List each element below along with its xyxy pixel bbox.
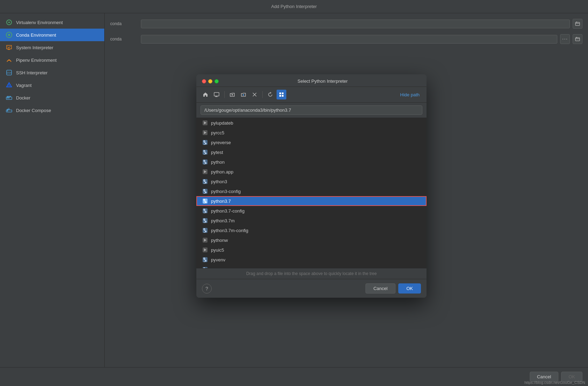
home-toolbar-button[interactable] — [201, 90, 210, 99]
toolbar-sep-2 — [262, 91, 263, 98]
file-name: python3 — [211, 179, 227, 184]
svg-rect-63 — [205, 202, 206, 202]
file-name: pyuic5 — [211, 247, 224, 253]
hide-path-button[interactable]: Hide path — [397, 91, 422, 99]
svg-rect-20 — [576, 22, 577, 23]
toggle-button[interactable] — [277, 90, 286, 99]
svg-rect-45 — [204, 161, 205, 161]
folder-new-button[interactable] — [239, 90, 248, 99]
minimize-traffic-light[interactable] — [208, 79, 212, 83]
svg-rect-13 — [8, 97, 9, 98]
file-name: python — [211, 159, 225, 165]
watermark: https://blog.csdn.net/GouGe_CSDN — [525, 380, 585, 385]
svg-rect-19 — [575, 22, 580, 25]
svg-rect-72 — [204, 219, 205, 220]
svg-rect-77 — [204, 229, 205, 229]
sidebar-label-docker-compose: Docker Compose — [16, 108, 51, 113]
panel-row-1: conda — [110, 19, 582, 29]
svg-rect-35 — [204, 141, 205, 141]
file-name: pylupdateb — [211, 120, 233, 126]
modal-title: Select Python Interpreter — [224, 79, 421, 84]
browse-btn-2[interactable] — [573, 34, 582, 44]
list-item[interactable]: python3.7-config — [196, 206, 427, 216]
sidebar-item-virtualenv[interactable]: Virtualenv Environment — [0, 16, 104, 29]
sidebar-label-docker: Docker — [16, 95, 30, 101]
svg-rect-10 — [8, 96, 9, 97]
pipenv-icon — [6, 57, 13, 64]
svg-rect-24 — [279, 92, 281, 94]
three-dots-btn[interactable]: ··· — [560, 34, 570, 44]
file-icon — [202, 217, 208, 224]
sidebar-item-docker[interactable]: Docker — [0, 91, 104, 104]
svg-text:V: V — [8, 83, 10, 87]
panel-row-2: conda ··· — [110, 34, 582, 44]
sidebar-item-vagrant[interactable]: V Vagrant — [0, 79, 104, 91]
file-icon — [202, 237, 208, 243]
list-item[interactable]: python3.7m-config — [196, 225, 427, 235]
file-name: pyvenv-3.7 — [211, 267, 233, 268]
svg-rect-40 — [204, 151, 205, 151]
modal-cancel-button[interactable]: Cancel — [365, 283, 395, 294]
path-input[interactable] — [201, 105, 422, 115]
list-item[interactable]: pyreverse — [196, 138, 427, 147]
svg-point-2 — [8, 34, 10, 36]
list-item[interactable]: python.app — [196, 167, 427, 177]
browse-btn-1[interactable] — [573, 19, 582, 29]
file-list[interactable]: pylupdatebpyrcc5 pyreverse pytest — [196, 118, 427, 268]
svg-rect-73 — [205, 222, 206, 222]
svg-rect-9 — [7, 96, 8, 97]
list-item[interactable]: pyrcc5 — [196, 128, 427, 138]
close-traffic-light[interactable] — [202, 79, 206, 83]
file-name: pythonw — [211, 238, 228, 243]
sidebar-item-conda[interactable]: Conda Environment — [0, 29, 104, 41]
file-icon — [202, 208, 208, 214]
list-item[interactable]: python3 — [196, 177, 427, 186]
file-icon — [202, 178, 208, 185]
list-item[interactable]: pylupdateb — [196, 118, 427, 128]
path-input-row — [196, 103, 427, 118]
svg-text:SSH: SSH — [6, 71, 12, 74]
list-item[interactable]: pythonw — [196, 235, 427, 245]
sidebar-item-system[interactable]: System Interpreter — [0, 41, 104, 54]
list-item[interactable]: pytest — [196, 147, 427, 157]
file-icon — [202, 169, 208, 175]
virtualenv-icon — [6, 19, 13, 26]
modal-ok-button[interactable]: OK — [398, 283, 421, 294]
sidebar-item-pipenv[interactable]: Pipenv Environment — [0, 54, 104, 66]
svg-rect-23 — [214, 92, 219, 96]
panel-input-2[interactable] — [141, 35, 557, 44]
svg-rect-16 — [8, 109, 9, 110]
folder-up-button[interactable] — [227, 90, 237, 99]
sidebar-item-docker-compose[interactable]: Docker Compose — [0, 104, 104, 117]
maximize-traffic-light[interactable] — [214, 79, 219, 83]
list-item[interactable]: pyuic5 — [196, 245, 427, 255]
refresh-button[interactable] — [265, 90, 275, 99]
file-name: python3.7m — [211, 218, 235, 223]
modal-dialog: Select Python Interpreter — [196, 74, 427, 298]
drop-hint: Drag and drop a file into the space abov… — [196, 268, 427, 279]
svg-rect-67 — [204, 209, 205, 210]
close-toolbar-button[interactable] — [250, 90, 259, 99]
sidebar-label-ssh: SSH Interpreter — [16, 70, 47, 75]
svg-rect-52 — [204, 180, 205, 180]
file-icon — [202, 159, 208, 165]
list-item[interactable]: python3.7 — [196, 196, 427, 206]
help-button[interactable]: ? — [202, 284, 212, 294]
list-item[interactable]: python — [196, 157, 427, 167]
sidebar-item-ssh[interactable]: SSH SSH Interpreter — [0, 66, 104, 79]
list-item[interactable]: pyvenv-3.7 — [196, 265, 427, 268]
app-title: Add Python Interpreter — [271, 4, 317, 9]
list-item[interactable]: python3-config — [196, 186, 427, 196]
panel-input-1[interactable] — [141, 20, 570, 28]
monitor-toolbar-button[interactable] — [212, 90, 221, 99]
svg-rect-46 — [205, 163, 206, 163]
panel-label-2: conda — [110, 37, 138, 42]
list-item[interactable]: pyvenv — [196, 255, 427, 265]
sidebar-label-virtualenv: Virtualenv Environment — [16, 20, 63, 25]
system-icon — [6, 44, 13, 51]
svg-rect-21 — [575, 38, 580, 41]
list-item[interactable]: python3.7m — [196, 216, 427, 225]
docker-compose-icon — [6, 107, 13, 114]
svg-rect-68 — [205, 212, 206, 212]
file-name: pyrcc5 — [211, 130, 224, 135]
